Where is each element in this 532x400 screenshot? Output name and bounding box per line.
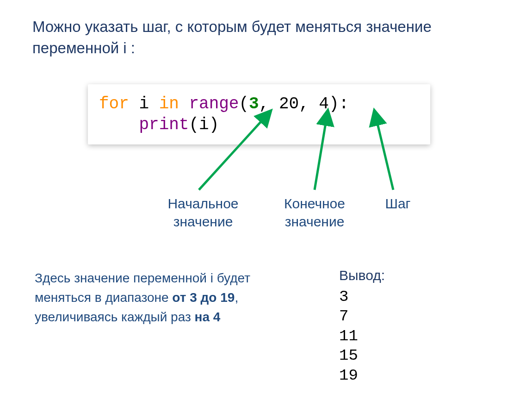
description: Здесь значение переменной i будет менять…	[35, 269, 294, 327]
arg-end: 20	[279, 94, 299, 113]
label-step: Шаг	[375, 194, 421, 212]
output-line: 19	[339, 366, 385, 386]
label-end: Конечное значение	[266, 194, 363, 231]
keyword-in: in	[159, 94, 179, 113]
output-line: 15	[339, 346, 385, 366]
code-var: i	[129, 94, 159, 113]
comma2: ,	[299, 94, 319, 113]
arg-step: 4	[319, 94, 329, 113]
func-print: print	[139, 115, 189, 134]
output-line: 7	[339, 306, 385, 326]
slide: Можно указать шаг, с которым будет менят…	[0, 0, 532, 400]
func-range: range	[189, 94, 239, 113]
colon: :	[339, 94, 349, 113]
desc-bold-range: от 3 до 19	[172, 290, 235, 305]
output-block: Вывод: 3 7 11 15 19	[339, 266, 385, 385]
output-title: Вывод:	[339, 266, 385, 285]
indent	[99, 115, 139, 134]
intro-text: Можно указать шаг, с которым будет менят…	[32, 16, 449, 59]
keyword-for: for	[99, 94, 129, 113]
paren-close: )	[329, 94, 339, 113]
desc-bold-step: на 4	[195, 310, 221, 324]
code-box: for i in range(3, 20, 4): print(i)	[88, 84, 430, 144]
code-space	[179, 94, 189, 113]
paren-open-2: (	[189, 115, 199, 134]
output-line: 3	[339, 287, 385, 307]
paren-open: (	[239, 94, 249, 113]
print-arg: i	[199, 115, 209, 134]
code-block: for i in range(3, 20, 4): print(i)	[99, 94, 426, 135]
paren-close-2: )	[209, 115, 219, 134]
output-values: 3 7 11 15 19	[339, 287, 385, 386]
comma1: ,	[259, 94, 279, 113]
arg-start: 3	[249, 94, 259, 113]
label-start: Начальное значение	[155, 194, 252, 231]
output-line: 11	[339, 326, 385, 346]
